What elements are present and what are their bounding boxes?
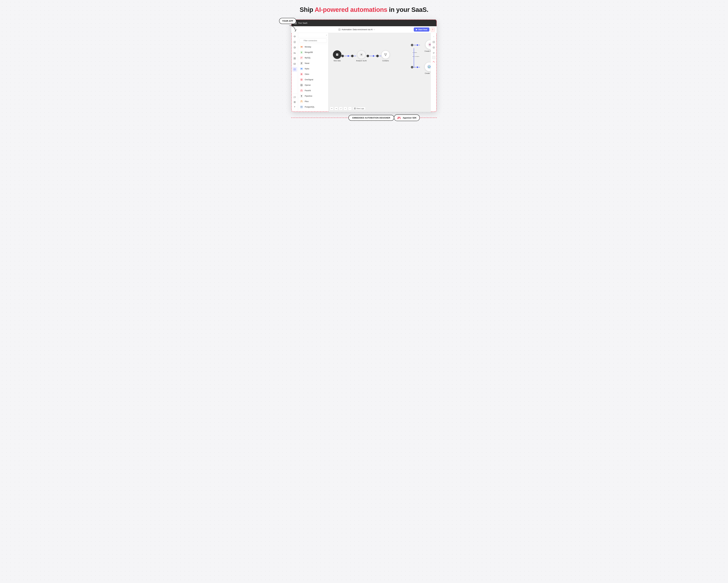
connector-item-monday[interactable]: Monday bbox=[298, 44, 328, 50]
pipedrive-icon bbox=[300, 94, 303, 98]
node-new-data[interactable]: New data bbox=[333, 50, 341, 61]
openai-label: Openai bbox=[305, 84, 311, 86]
add-btn-upper[interactable]: + bbox=[411, 44, 413, 46]
svg-point-14 bbox=[302, 46, 303, 47]
svg-point-32 bbox=[434, 47, 434, 48]
connector-item-nylas[interactable]: Nylas bbox=[298, 66, 328, 72]
add-btn-1[interactable]: + bbox=[341, 55, 344, 57]
collapse-btn[interactable]: « bbox=[326, 34, 327, 36]
your-app-badge: YOUR APP bbox=[279, 18, 296, 24]
toolbar-center: Automation: Data enrichment via AI bbox=[300, 28, 414, 31]
contains-label: Contains bbox=[382, 60, 389, 61]
search-wrapper: 🔍 bbox=[299, 39, 327, 43]
sdk-label: Appmixer SDK bbox=[403, 117, 416, 119]
connector-item-mongodb[interactable]: MongoDB bbox=[298, 50, 328, 55]
sidebar-item-help[interactable]: ? bbox=[292, 104, 297, 109]
start-flow-button[interactable]: ▶ Start flow bbox=[414, 27, 430, 31]
right-btn-5[interactable] bbox=[431, 60, 436, 65]
view-logs-btn[interactable]: View Logs bbox=[353, 107, 365, 110]
onesignal-label: OneSignal bbox=[305, 79, 313, 81]
right-btn-4[interactable] bbox=[432, 56, 435, 59]
svg-rect-9 bbox=[294, 58, 294, 59]
undo-btn[interactable]: ↩ bbox=[330, 107, 334, 110]
automation-icon bbox=[338, 28, 341, 31]
sidebar-item-layers[interactable] bbox=[292, 34, 297, 39]
sidebar-header: « bbox=[298, 33, 328, 37]
analyze-ai-label: Analyze via AI bbox=[356, 60, 367, 61]
line-2b bbox=[374, 56, 376, 56]
filter-icon bbox=[384, 53, 387, 56]
contains-tag: contains bbox=[412, 51, 418, 54]
right-btn-3[interactable] bbox=[431, 51, 436, 55]
svg-point-27 bbox=[427, 65, 431, 69]
create-record-circle[interactable] bbox=[425, 40, 431, 49]
sidebar-item-table[interactable] bbox=[292, 61, 297, 66]
right-btn-2[interactable] bbox=[431, 45, 436, 50]
redo-btn[interactable]: ↪ bbox=[334, 107, 338, 110]
plivo-label: Plivo bbox=[305, 100, 309, 103]
connector-item-pipedrive[interactable]: Pipedrive bbox=[298, 93, 328, 99]
new-data-circle[interactable] bbox=[333, 50, 341, 59]
canvas-toolbar: ↩ ↪ ⤢ + − View Logs bbox=[330, 107, 365, 110]
add-btn-2[interactable]: + bbox=[351, 55, 354, 57]
page-headline: Ship AI-powered automations in your SaaS… bbox=[300, 6, 428, 14]
connector-item-passkit[interactable]: PassKit bbox=[298, 88, 328, 93]
monday-label: Monday bbox=[305, 46, 311, 48]
connector-item-naxai[interactable]: Naxai bbox=[298, 60, 328, 66]
sidebar-item-document[interactable] bbox=[292, 40, 297, 45]
sidebar-item-grid[interactable] bbox=[292, 56, 297, 61]
connector-item-postgresql[interactable]: PostgreSQL bbox=[298, 104, 328, 110]
sidebar-item-text[interactable]: Aa bbox=[292, 51, 297, 55]
right-collapse-btn[interactable]: « bbox=[431, 34, 436, 39]
svg-point-22 bbox=[301, 106, 302, 107]
dashed-line-left bbox=[291, 118, 349, 118]
zoom-out-btn[interactable]: − bbox=[348, 107, 352, 110]
svg-rect-11 bbox=[294, 63, 295, 65]
conn-2: + + bbox=[367, 55, 381, 57]
connector-item-mysql[interactable]: MySQL bbox=[298, 55, 328, 60]
chevron-down-icon bbox=[373, 29, 375, 30]
create-record-icon bbox=[427, 42, 431, 47]
right-btn-1[interactable] bbox=[431, 40, 436, 45]
main-layout: Aa ? bbox=[291, 33, 437, 112]
sidebar-item-share[interactable] bbox=[292, 45, 297, 50]
embedded-label: EMBEDDED AUTOMATION DESIGNER bbox=[348, 115, 394, 121]
search-input[interactable] bbox=[299, 39, 327, 43]
create-task-icon bbox=[427, 64, 431, 69]
contains-circle[interactable] bbox=[381, 50, 390, 59]
alert-button[interactable]: ! bbox=[431, 27, 435, 32]
connector-item-onesignal[interactable]: OneSignal bbox=[298, 77, 328, 82]
headline-suffix: in your SaaS. bbox=[387, 6, 428, 13]
connector-item-openai[interactable]: Openai bbox=[298, 82, 328, 88]
add-btn-4[interactable]: + bbox=[376, 55, 379, 57]
zoom-in-btn[interactable]: + bbox=[343, 107, 347, 110]
onesignal-icon bbox=[300, 78, 303, 81]
add-btn-lower[interactable]: + bbox=[411, 66, 413, 69]
connector-item-odoo[interactable]: OOdoo bbox=[298, 72, 328, 77]
bottom-annotations: EMBEDDED AUTOMATION DESIGNER Appmixer SD… bbox=[291, 115, 437, 121]
toolbar: + Automation: Data enrichment via AI ▶ S… bbox=[291, 26, 437, 33]
expand-btn[interactable]: ⤢ bbox=[339, 107, 343, 110]
pipedrive-label: Pipedrive bbox=[305, 95, 312, 97]
node-create-record[interactable]: Create Record bbox=[424, 40, 431, 52]
branch-vertical bbox=[414, 48, 414, 68]
create-task-circle[interactable] bbox=[424, 62, 431, 72]
sidebar-item-active[interactable] bbox=[292, 67, 297, 72]
app-title: Your SaaS bbox=[298, 22, 307, 24]
appmixer-logo-icon bbox=[397, 116, 401, 119]
sidebar-item-chat[interactable] bbox=[292, 95, 297, 100]
svg-rect-3 bbox=[295, 23, 296, 24]
conn-lower: + bbox=[411, 66, 420, 69]
postgresql-label: PostgreSQL bbox=[305, 106, 315, 108]
node-analyze-ai[interactable]: Analyze via AI bbox=[356, 50, 367, 61]
play-icon: ▶ bbox=[416, 28, 417, 31]
not-contains-tag: notContains bbox=[412, 55, 420, 57]
add-btn-3[interactable]: + bbox=[367, 55, 369, 57]
create-record-label: Create Record bbox=[424, 50, 431, 52]
node-contains[interactable]: Contains bbox=[381, 50, 390, 61]
node-create-task[interactable]: Create Task bbox=[424, 62, 431, 74]
analyze-ai-circle[interactable] bbox=[357, 50, 366, 59]
sidebar-item-book[interactable] bbox=[292, 100, 297, 104]
headline-accent: AI-powered automations bbox=[315, 6, 387, 13]
connector-item-plivo[interactable]: Plivo bbox=[298, 99, 328, 104]
